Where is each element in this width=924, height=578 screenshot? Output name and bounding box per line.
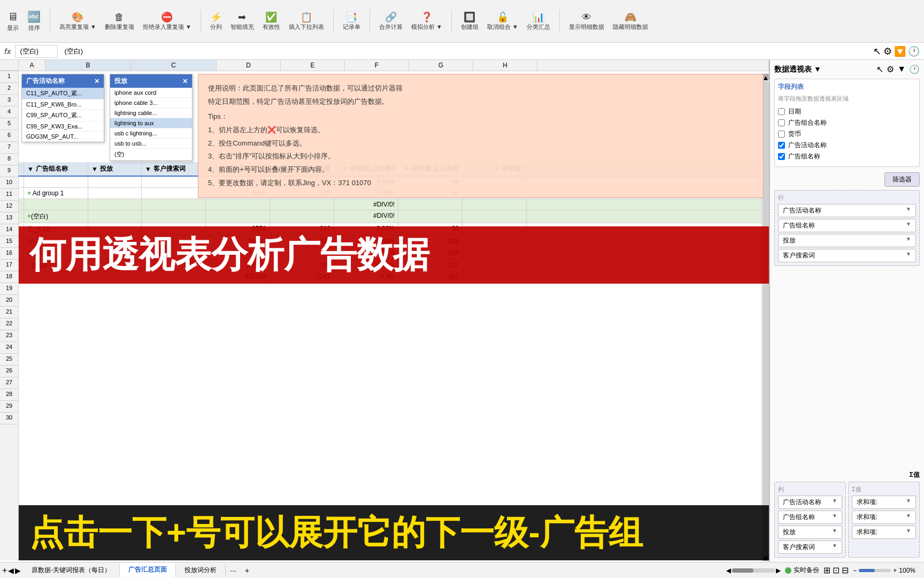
show-detail-btn[interactable]: 👁 显示明细数据 bbox=[566, 10, 607, 33]
slicer-campaign-item-0[interactable]: C11_SP_AUTO_紧... bbox=[22, 88, 104, 100]
slicer-placement-close[interactable]: ✕ bbox=[182, 78, 188, 85]
val-area-item1[interactable]: 求和项:▼ bbox=[852, 496, 916, 509]
filter-icon[interactable]: 🔽 bbox=[894, 45, 906, 57]
pivot-row-4: +(空白) #DIV/0! bbox=[19, 210, 769, 223]
tab-raw-data[interactable]: 原数据-关键词报表（每日） bbox=[23, 564, 120, 577]
slicer-placement-item-3[interactable]: lightning to aux bbox=[110, 118, 192, 128]
record-btn[interactable]: 📑 记录单 bbox=[340, 10, 363, 33]
column-headers: A B C D E F G H bbox=[0, 60, 769, 71]
page-break-icon[interactable]: ⊟ bbox=[842, 565, 849, 575]
field-campaign-checkbox[interactable] bbox=[778, 142, 785, 149]
pivot-col-ad-group[interactable]: ▼广告组名称 bbox=[24, 162, 88, 176]
val-area-item3[interactable]: 求和项:▼ bbox=[852, 526, 916, 539]
slicer-campaign-item-1[interactable]: C11_SP_KW6_Bro... bbox=[22, 100, 104, 110]
field-date-checkbox[interactable] bbox=[778, 108, 785, 115]
ungroup-btn[interactable]: 🔓 取消组合 ▼ bbox=[484, 10, 521, 33]
display-btn[interactable]: 🖥 显示 bbox=[4, 9, 21, 34]
pivot-table-container[interactable]: ▼广告组名称 ▼投放 ▼客户搜索词 ▼ 求和项:展示量 bbox=[19, 162, 769, 560]
row-num-20: 20 bbox=[0, 295, 18, 307]
slicer-campaign-item-2[interactable]: C99_SP_AUTO_紧... bbox=[22, 110, 104, 121]
row-item-search[interactable]: 客户搜索词▼ bbox=[778, 249, 916, 262]
row-num-10: 10 bbox=[0, 177, 18, 189]
tab-add-sheet-btn[interactable]: + bbox=[241, 564, 253, 577]
tab-add-btn[interactable]: + bbox=[2, 566, 7, 575]
slicer-campaign-item-3[interactable]: C99_SP_KW3_Exa... bbox=[22, 121, 104, 132]
tab-scroll-right[interactable]: ▶ bbox=[15, 566, 21, 575]
slicer-placement-item-4[interactable]: usb c lightning... bbox=[110, 128, 192, 139]
row-item-placement[interactable]: 投放▼ bbox=[778, 234, 916, 247]
pivot-col-placement[interactable]: ▼投放 bbox=[88, 162, 142, 176]
merge-calc-btn[interactable]: 🔗 合并计算 bbox=[376, 10, 405, 33]
val-area-item2[interactable]: 求和项:▼ bbox=[852, 511, 916, 524]
col-area-item3[interactable]: 投放▼ bbox=[778, 526, 842, 539]
h-scroll[interactable]: ◀ ▶ bbox=[726, 567, 781, 574]
red-title-overlay: 何用透视表分析广告数据 bbox=[19, 226, 769, 284]
col-area-item1[interactable]: 广告活动名称▼ bbox=[778, 496, 842, 509]
hide-detail-btn[interactable]: 🙈 隐藏明细数据 bbox=[610, 10, 651, 33]
sort-btn[interactable]: 🔤 排序 bbox=[25, 9, 43, 34]
row-item-adgroup[interactable]: 广告组名称▼ bbox=[778, 219, 916, 232]
expand-blank[interactable]: + bbox=[27, 212, 31, 220]
create-group-btn[interactable]: 🔲 创建组 bbox=[458, 10, 481, 33]
slicer-placement-item-1[interactable]: iphone cable 3... bbox=[110, 98, 192, 108]
row-num-21: 21 bbox=[0, 307, 18, 318]
filter-area-btn[interactable]: 筛选器 bbox=[884, 172, 920, 187]
field-portfolio-checkbox[interactable] bbox=[778, 119, 785, 126]
refuse-dup-btn[interactable]: ⛔ 拒绝录入重复项 ▼ bbox=[140, 10, 194, 33]
tab-more-btn[interactable]: ··· bbox=[226, 564, 241, 577]
highlight-dup-btn[interactable]: 🎨 高亮重复项 ▼ bbox=[57, 10, 99, 33]
col-area-item4[interactable]: 客户搜索词▼ bbox=[778, 541, 842, 554]
settings-icon[interactable]: ⚙ bbox=[883, 45, 892, 57]
col-area-item2[interactable]: 广告组名称▼ bbox=[778, 511, 842, 524]
fill-btn[interactable]: ➡ 智能填充 bbox=[228, 10, 257, 33]
row-item-campaign[interactable]: 广告活动名称▼ bbox=[778, 204, 916, 217]
delete-dup-btn[interactable]: 🗑 删除重复项 bbox=[102, 10, 137, 33]
slicer-placement[interactable]: 投放 ✕ iphone aux cord iphone cable 3... l… bbox=[110, 74, 192, 161]
col-b-header[interactable]: B bbox=[45, 60, 131, 71]
row-num-22: 22 bbox=[0, 318, 18, 330]
formula-input[interactable]: (空白) bbox=[62, 45, 869, 57]
field-adgroup-checkbox[interactable] bbox=[778, 153, 785, 160]
simulate-btn[interactable]: ❓ 模拟分析 ▼ bbox=[409, 10, 445, 33]
slicer-placement-item-5[interactable]: usb to usb... bbox=[110, 139, 192, 149]
filter-panel-icon[interactable]: ▼ bbox=[897, 64, 906, 74]
col-h-header: H bbox=[473, 60, 537, 71]
row-num-29: 29 bbox=[0, 401, 18, 413]
expand-adgroup1[interactable]: + bbox=[27, 189, 31, 197]
slicer-placement-item-6[interactable]: (空) bbox=[110, 149, 192, 161]
h-scroll-right[interactable]: ▶ bbox=[776, 567, 781, 574]
h-scroll-left[interactable]: ◀ bbox=[726, 567, 731, 574]
slicer-campaign-item-4[interactable]: GDG3M_SP_AUT... bbox=[22, 132, 104, 142]
history-icon[interactable]: 🕐 bbox=[908, 45, 920, 57]
insert-list-btn[interactable]: 📋 插入下拉列表 bbox=[286, 10, 327, 33]
slicer-campaign-close[interactable]: ✕ bbox=[94, 78, 99, 85]
pivot-col-search-term[interactable]: ▼客户搜索词 bbox=[142, 162, 206, 176]
slicer-placement-item-2[interactable]: lightning cable... bbox=[110, 108, 192, 118]
history-panel-icon[interactable]: 🕐 bbox=[909, 64, 920, 74]
slicer-ad-campaign[interactable]: 广告活动名称 ✕ C11_SP_AUTO_紧... C11_SP_KW6_Bro… bbox=[21, 74, 104, 142]
zoom-in-btn[interactable]: + bbox=[893, 567, 897, 574]
values-area: Σ值 求和项:▼ 求和项:▼ 求和项:▼ bbox=[848, 482, 920, 558]
split-btn[interactable]: ⚡ 分列 bbox=[207, 10, 225, 33]
h-scroll-track[interactable] bbox=[732, 568, 775, 573]
toolbar-display-group: 🖥 显示 🔤 排序 bbox=[4, 9, 50, 34]
grid-view-icon[interactable]: ⊞ bbox=[823, 565, 830, 575]
row-num-11: 11 bbox=[0, 189, 18, 201]
classify-btn[interactable]: 📊 分类汇总 bbox=[524, 10, 553, 33]
bottom-banner-overlay: 点击一下+号可以展开它的下一级-广告组 bbox=[19, 505, 769, 560]
valid-btn[interactable]: ✅ 有效性 bbox=[260, 10, 283, 33]
cursor-icon[interactable]: ↖ bbox=[873, 45, 881, 57]
zoom-out-btn[interactable]: − bbox=[853, 567, 857, 574]
zoom-slider[interactable] bbox=[859, 569, 891, 572]
tab-placement-analysis[interactable]: 投放词分析 bbox=[176, 564, 226, 577]
slicer-placement-item-0[interactable]: iphone aux cord bbox=[110, 88, 192, 98]
col-c-header[interactable]: C bbox=[131, 60, 217, 71]
row-num-9: 9 bbox=[0, 165, 18, 177]
field-currency-checkbox[interactable] bbox=[778, 131, 785, 138]
tab-scroll-left[interactable]: ◀ bbox=[8, 566, 14, 575]
page-view-icon[interactable]: ⊡ bbox=[833, 565, 840, 575]
settings-panel-icon[interactable]: ⚙ bbox=[887, 64, 894, 74]
tab-ad-summary[interactable]: 广告汇总页面 bbox=[120, 563, 176, 577]
cells-area: 广告活动名称 ✕ C11_SP_AUTO_紧... C11_SP_KW6_Bro… bbox=[19, 71, 769, 560]
cursor-panel-icon[interactable]: ↖ bbox=[876, 64, 883, 74]
